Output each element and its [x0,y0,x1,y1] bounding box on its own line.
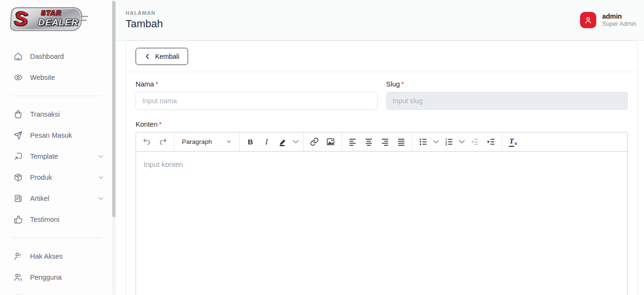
remove-format-button[interactable]: Tx [506,134,520,149]
insert-image-button[interactable] [323,134,338,149]
form-area: Nama* Slug* Konten* [126,72,637,295]
sidebar-item-label: Artikel [30,195,90,202]
nama-label: Nama* [136,80,378,88]
editor-placeholder: Input konten [144,160,183,168]
numbered-list-button[interactable]: 123 [442,134,456,149]
thumbs-up-icon [13,215,23,224]
sidebar: S STAR DEALER Dashboard Website [0,0,116,295]
outdent-button[interactable] [467,134,482,149]
konten-field-group: Konten* [136,120,628,295]
user-text-block: admin Super Admin [602,12,636,28]
numbered-list-icon: 123 [444,137,454,146]
logo-word-star: STAR [41,9,62,17]
required-asterisk: * [401,80,404,88]
sidebar-scrollbar-track[interactable] [112,0,116,295]
highlight-marker-icon [278,137,287,146]
sidebar-item-label: Pengguna [30,273,105,281]
chevron-down-icon [97,174,105,181]
italic-button[interactable]: I [259,134,274,149]
sidebar-item-label: Template [30,153,90,160]
slug-field-group: Slug* [386,80,628,110]
sidebar-item-label: Produk [30,174,90,181]
sidebar-item-pesan-masuk[interactable]: Pesan Masuk [0,125,116,146]
logo-monogram: S [14,6,28,31]
sidebar-item-label: Website [30,74,105,81]
app-logo[interactable]: S STAR DEALER [11,6,89,33]
image-icon [326,137,335,146]
chevron-down-icon [432,137,440,146]
indent-icon [486,137,496,146]
align-justify-button[interactable] [394,134,409,149]
sidebar-item-label: Dashboard [30,53,105,60]
form-card: Kembali Nama* Slug* [126,41,638,295]
redo-icon [158,137,168,146]
svg-text:3: 3 [445,143,447,146]
slug-input [386,92,628,110]
content-area: Kembali Nama* Slug* [116,41,644,295]
article-icon [13,194,23,203]
sidebar-item-website[interactable]: Website [0,67,116,88]
align-right-button[interactable] [378,134,392,149]
bold-button[interactable]: B [243,134,258,149]
top-header: HALAMAN Tambah admin Super Admin [116,0,644,41]
align-left-button[interactable] [345,134,360,149]
konten-label: Konten* [136,120,628,128]
nama-input[interactable] [136,92,378,110]
sidebar-item-menu[interactable]: Menu [0,288,116,295]
editor-content[interactable]: Input konten [136,152,627,295]
undo-icon [142,137,151,146]
eye-icon [13,73,23,82]
user-menu[interactable]: admin Super Admin [577,10,639,30]
app-root: S STAR DEALER Dashboard Website [0,0,644,295]
toolbar-group-format: B I [240,132,304,151]
sidebar-item-testimoni[interactable]: Testimoni [0,209,116,230]
chevron-down-icon [97,153,105,160]
sidebar-item-artikel[interactable]: Artikel [0,188,116,209]
align-left-icon [348,137,357,146]
sidebar-item-pengguna[interactable]: Pengguna [0,267,116,288]
sidebar-item-dashboard[interactable]: Dashboard [0,46,116,67]
paragraph-dropdown[interactable]: Paragraph [178,134,236,149]
redo-button[interactable] [156,134,170,149]
toolbar-group-align [342,132,412,151]
main-area: HALAMAN Tambah admin Super Admin Kembali [116,0,644,295]
rich-text-editor: Paragraph B I [136,132,628,295]
sidebar-item-template[interactable]: Template [0,146,116,167]
undo-button[interactable] [139,134,154,149]
align-right-icon [380,137,390,146]
numbered-list-dropdown[interactable] [458,134,466,149]
slug-label: Slug* [386,80,628,88]
chevron-down-icon [97,195,105,202]
chevron-down-icon [458,137,466,146]
highlight-button[interactable] [275,134,290,149]
user-exclamation-icon [13,251,23,261]
toolbar-group-lists: 123 [412,132,502,151]
sidebar-item-hak-akses[interactable]: Hak Akses [0,246,116,267]
sidebar-item-produk[interactable]: Produk [0,167,116,188]
sidebar-item-label: Testimoni [30,216,105,223]
sidebar-scrollbar-thumb[interactable] [112,1,116,217]
user-icon [583,15,593,25]
sidebar-item-label: Hak Akses [30,252,105,260]
align-center-button[interactable] [361,134,376,149]
back-button-label: Kembali [155,53,179,60]
bulleted-list-dropdown[interactable] [432,134,440,149]
outdent-icon [470,137,479,146]
template-icon [13,152,23,161]
sidebar-item-label: Pesan Masuk [30,131,105,139]
toolbar-group-remove-format: Tx [502,132,627,151]
required-asterisk: * [156,80,158,88]
chevron-left-icon [144,53,151,60]
sidebar-item-transaksi[interactable]: Transaksi [0,104,116,125]
bulleted-list-button[interactable] [416,134,431,149]
bulleted-list-icon [419,137,428,146]
sidebar-nav: Dashboard Website Transaksi Pesan Ma [0,46,116,295]
editor-toolbar: Paragraph B I [136,132,627,152]
link-button[interactable] [307,134,322,149]
chevron-down-icon [226,139,232,144]
indent-button[interactable] [484,134,498,149]
highlight-dropdown[interactable] [292,134,300,149]
page-title: Tambah [126,18,163,30]
required-asterisk: * [159,120,162,128]
back-button[interactable]: Kembali [136,48,188,65]
